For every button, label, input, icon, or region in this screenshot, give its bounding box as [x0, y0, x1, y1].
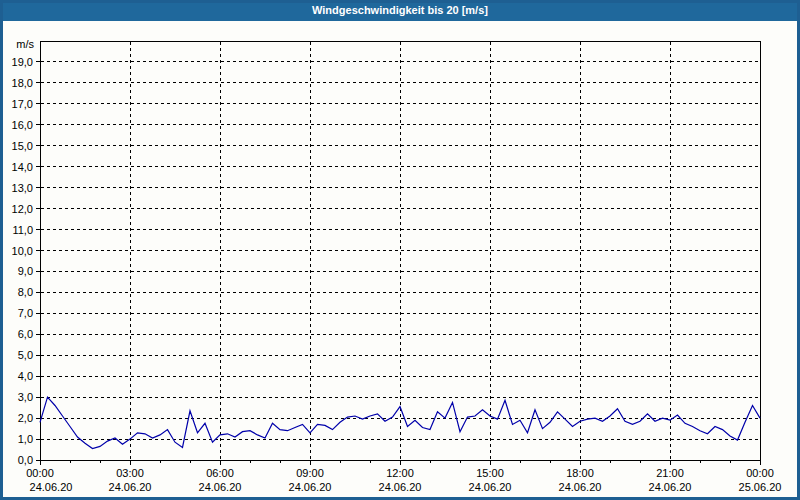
- x-time-label: 09:00: [296, 467, 324, 479]
- x-date-label: 24.06.20: [109, 481, 152, 493]
- y-tick-label: 5,0: [18, 349, 33, 361]
- x-time-label: 15:00: [476, 467, 504, 479]
- y-tick-label: 3,0: [18, 391, 33, 403]
- y-tick-label: 0,0: [18, 454, 33, 466]
- x-axis-labels: 00:0024.06.2003:0024.06.2006:0024.06.200…: [26, 467, 781, 493]
- x-time-label: 03:00: [116, 467, 144, 479]
- y-tick-label: 2,0: [18, 412, 33, 424]
- y-axis-unit-label: m/s: [16, 38, 34, 50]
- y-tick-label: 6,0: [18, 328, 33, 340]
- y-tick-label: 11,0: [12, 224, 33, 236]
- x-time-label: 00:00: [26, 467, 54, 479]
- y-tick-label: 1,0: [18, 433, 33, 445]
- wind-speed-chart: 0,01,02,03,04,05,06,07,08,09,010,011,012…: [0, 21, 800, 500]
- y-tick-label: 9,0: [18, 265, 33, 277]
- y-tick-label: 13,0: [12, 182, 33, 194]
- y-tick-label: 16,0: [12, 119, 33, 131]
- y-tick-label: 15,0: [12, 140, 33, 152]
- chart-window: Windgeschwindigkeit bis 20 [m/s] 0,01,02…: [0, 0, 800, 500]
- x-time-label: 21:00: [656, 467, 684, 479]
- x-date-label: 24.06.20: [469, 481, 512, 493]
- x-date-label: 24.06.20: [649, 481, 692, 493]
- x-date-label: 24.06.20: [559, 481, 602, 493]
- y-tick-label: 4,0: [18, 370, 33, 382]
- y-tick-label: 8,0: [18, 286, 33, 298]
- y-gridlines: [41, 62, 759, 439]
- y-tick-label: 17,0: [12, 98, 33, 110]
- y-tick-label: 10,0: [12, 245, 33, 257]
- y-tick-label: 14,0: [12, 161, 33, 173]
- y-tick-label: 19,0: [12, 56, 33, 68]
- x-time-label: 12:00: [386, 467, 414, 479]
- y-axis-labels: 0,01,02,03,04,05,06,07,08,09,010,011,012…: [12, 38, 40, 466]
- chart-title: Windgeschwindigkeit bis 20 [m/s]: [312, 4, 488, 16]
- y-tick-label: 18,0: [12, 77, 33, 89]
- title-bar: Windgeschwindigkeit bis 20 [m/s]: [0, 0, 800, 21]
- x-date-label: 24.06.20: [379, 481, 422, 493]
- x-date-label: 24.06.20: [30, 481, 73, 493]
- x-date-label: 25.06.20: [739, 481, 782, 493]
- x-axis-ticks: [40, 460, 760, 465]
- y-tick-label: 12,0: [12, 203, 33, 215]
- x-date-label: 24.06.20: [199, 481, 242, 493]
- x-time-label: 18:00: [566, 467, 594, 479]
- y-tick-label: 7,0: [18, 307, 33, 319]
- x-date-label: 24.06.20: [289, 481, 332, 493]
- x-time-label: 06:00: [206, 467, 234, 479]
- x-time-label: 00:00: [746, 467, 774, 479]
